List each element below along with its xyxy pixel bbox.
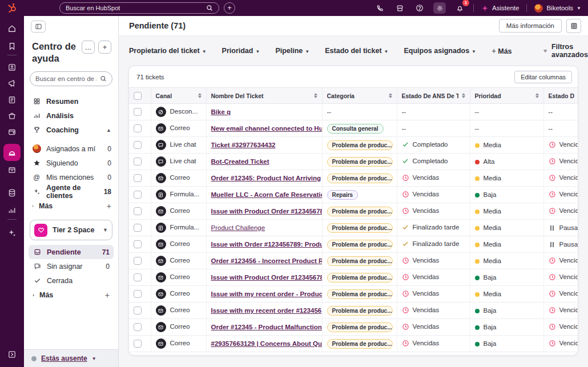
column-header[interactable]: Estado De ANS De Tier [397,88,470,104]
plus-icon[interactable]: + [107,201,111,211]
ticket-link[interactable]: #29357663129 | Concerns About Qual... [211,340,323,347]
plus-icon[interactable]: + [105,291,110,300]
ticket-link[interactable]: Product Challenge [211,224,265,231]
select-all-checkbox[interactable] [134,92,142,100]
sidebar-search[interactable] [30,71,112,86]
row-checkbox[interactable] [134,340,142,348]
global-search-input[interactable] [66,5,202,11]
more-filters-button[interactable]: +Más [492,46,512,55]
service-helpdesk-icon-active[interactable] [3,144,21,161]
sidebar-item-asignados-a-mi[interactable]: Asignados a mí 0 [32,142,111,156]
sidebar-item-coaching[interactable]: Coaching ▲ [32,123,111,137]
ticket-link[interactable]: Issue with my recent order - Product... [211,291,323,297]
row-checkbox[interactable] [134,124,142,132]
account-menu[interactable]: Biketools ▼ [534,4,581,13]
ai-sparkle-icon[interactable] [7,228,17,237]
filter-dropdown[interactable]: Propietario del ticket▼ [129,47,207,55]
notifications-bell-icon[interactable]: 1 [453,2,466,14]
row-checkbox[interactable] [134,290,142,298]
ticket-link[interactable]: Issue with my recent order #123456 [211,307,322,314]
help-icon[interactable] [413,2,426,14]
ticket-link[interactable]: Order #123456 - Incorrect Product R... [211,257,323,264]
assistant-button[interactable]: Asistente [481,5,519,12]
sort-icon[interactable] [198,93,202,98]
filter-dropdown[interactable]: Equipos asignados▼ [404,47,477,55]
advanced-filters-button[interactable]: Filtros avanzados [543,43,588,59]
ticket-link[interactable]: Issue with Product Order #123456789 [211,208,323,215]
ticket-link[interactable]: Bike q [211,108,231,115]
ticket-link[interactable]: Order #12345: Product Not Arriving [211,175,321,182]
board-view-icon[interactable] [566,19,581,33]
payments-icon[interactable] [7,127,17,136]
row-checkbox[interactable] [134,141,142,149]
column-header[interactable]: Prioridad [470,88,543,104]
data-icon[interactable] [7,188,17,197]
collapse-sidebar-icon[interactable] [31,21,46,33]
sidebar-add-button[interactable]: + [98,41,111,54]
row-checkbox[interactable] [134,306,142,314]
category-badge: Problema de produc... [327,207,393,216]
expand-panel-icon[interactable] [7,350,17,359]
sidebar-item-resumen[interactable]: Resumen [32,94,111,108]
view-cerrada[interactable]: Cerrada [29,273,114,288]
view-pendiente[interactable]: Pendiente 71 [29,245,114,259]
row-checkbox[interactable] [134,257,142,265]
ticket-link[interactable]: Issue with Product Order #123456789 [211,274,323,281]
row-checkbox[interactable] [134,191,142,199]
column-header[interactable]: Categoría [322,88,397,104]
sidebar-item-siguiendo[interactable]: Siguiendo 0 [32,156,111,170]
crm-contacts-icon[interactable] [7,63,17,72]
bookmark-icon[interactable] [7,42,17,51]
ticket-link[interactable]: New email channel connected to Hu... [211,125,323,132]
more-info-button[interactable]: Más información [499,19,562,33]
ticket-link[interactable]: Order #12345 - Product Malfunction [211,324,322,330]
create-new-button[interactable]: + [224,2,235,14]
sort-icon[interactable] [535,93,539,98]
sidebar-item-mas[interactable]: › Más + [32,199,111,213]
sidebar-search-input[interactable] [35,75,96,82]
commerce-icon[interactable] [7,111,17,120]
hubspot-logo-icon[interactable] [7,2,18,14]
home-icon[interactable] [7,24,17,33]
filter-dropdown[interactable]: Pipeline▼ [275,47,309,55]
sort-icon[interactable] [314,93,317,98]
row-checkbox[interactable] [134,240,142,248]
library-icon[interactable] [7,166,17,175]
sidebar-item-mis-menciones[interactable]: @ Mis menciones 0 [32,170,111,184]
ticket-link[interactable]: Bot-Created Ticket [211,158,269,165]
sidebar-more-options-button[interactable]: ... [82,41,95,54]
row-checkbox[interactable] [134,108,142,116]
sidebar-item-agente-de-clientes[interactable]: Agente de clientes 18 [32,184,111,199]
global-search[interactable] [59,2,219,14]
sidebar-item-analisis[interactable]: Análisis [32,108,111,123]
ticket-link[interactable]: Ticket #32977634432 [211,142,276,148]
edit-columns-button[interactable]: Editar columnas [514,71,572,83]
calling-icon[interactable] [373,2,386,14]
views-mas[interactable]: › Más + [29,288,114,302]
row-checkbox[interactable] [134,174,142,182]
filter-dropdown[interactable]: Estado del ticket▼ [325,47,388,55]
marketing-icon[interactable] [7,79,17,88]
row-checkbox[interactable] [134,323,142,331]
sort-icon[interactable] [462,93,465,98]
ticket-link[interactable]: Mueller LLC - Acorn Cafe Reservatio... [211,191,323,198]
row-checkbox[interactable] [134,207,142,215]
row-checkbox[interactable] [134,224,142,232]
helpdesk-sidebar: Centro de ayuda ... + Resumen Análisis C… [24,16,119,367]
content-icon[interactable] [7,95,17,104]
column-header[interactable]: Nombre Del Ticket [206,88,322,104]
settings-gear-icon[interactable] [433,2,446,14]
availability-toggle[interactable]: Estás ausente [41,354,87,362]
sort-icon[interactable] [389,93,392,98]
row-checkbox[interactable] [134,273,142,281]
ticket-link[interactable]: Issue with Order #123456789: Produ... [211,241,323,248]
reporting-icon[interactable] [7,205,17,215]
filter-dropdown[interactable]: Prioridad▼ [222,47,260,55]
marketplace-icon[interactable] [393,2,406,14]
row-checkbox[interactable] [134,158,142,166]
workspace-selector[interactable]: Tier 2 Space ▼ [30,220,112,240]
priority-dot [475,209,480,214]
column-header[interactable]: Canal [151,88,206,104]
view-sin-asignar[interactable]: Sin asignar 0 [29,259,114,273]
column-header[interactable]: Estado D [543,88,578,104]
